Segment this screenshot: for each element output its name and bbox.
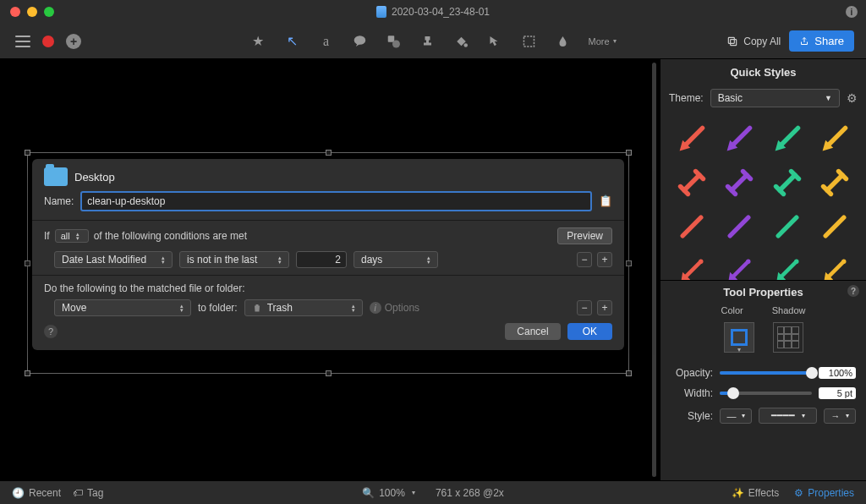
line-style-select[interactable]: ━━━━▾ [759, 408, 817, 424]
callout-tool-icon[interactable] [351, 33, 368, 50]
quick-style-swatch[interactable] [716, 249, 762, 280]
selection-tool-icon[interactable] [520, 33, 537, 50]
quick-style-swatch[interactable] [765, 205, 810, 248]
fill-tool-icon[interactable] [452, 33, 469, 50]
field-select[interactable]: Date Last Modified▴▾ [54, 251, 173, 268]
quick-style-swatch[interactable] [669, 249, 715, 280]
more-tools[interactable]: More▾ [588, 36, 616, 47]
options-link[interactable]: iOptions [370, 302, 419, 314]
width-value[interactable]: 5 pt [819, 387, 856, 399]
cancel-button[interactable]: Cancel [505, 323, 560, 340]
svg-line-24 [827, 175, 842, 190]
preview-button[interactable]: Preview [557, 227, 612, 244]
color-swatch[interactable] [724, 322, 754, 353]
quick-style-swatch[interactable] [812, 162, 858, 204]
zoom-control[interactable]: 🔍100%▾ [362, 487, 415, 499]
width-slider[interactable] [720, 392, 812, 395]
gear-icon: ⚙ [794, 487, 803, 499]
gear-icon[interactable]: ⚙ [847, 91, 858, 105]
quick-style-swatch[interactable] [765, 249, 810, 280]
quick-styles-grid [660, 114, 866, 280]
pointer-tool-icon[interactable]: ↖ [283, 33, 300, 50]
properties-button[interactable]: ⚙Properties [794, 487, 854, 499]
tag-button[interactable]: 🏷Tag [73, 487, 103, 499]
opacity-slider[interactable] [720, 371, 812, 375]
remove-action-button[interactable]: − [577, 300, 592, 315]
quick-style-swatch[interactable] [765, 162, 810, 204]
value-input[interactable] [296, 251, 347, 268]
shapes-tool-icon[interactable] [385, 33, 402, 50]
unit-select[interactable]: days▴▾ [354, 251, 438, 268]
name-input[interactable] [80, 191, 592, 211]
text-tool-icon[interactable]: a [317, 33, 334, 50]
blur-tool-icon[interactable] [554, 33, 571, 50]
quick-style-swatch[interactable] [669, 118, 715, 160]
quick-style-swatch[interactable] [716, 162, 762, 204]
resize-handle[interactable] [626, 260, 632, 266]
svg-line-27 [682, 217, 701, 236]
trash-icon [252, 303, 262, 313]
to-folder-label: to folder: [198, 302, 238, 314]
color-label: Color [721, 305, 743, 315]
close-window-button[interactable] [10, 7, 20, 17]
info-icon[interactable]: i [846, 6, 858, 18]
ok-button[interactable]: OK [567, 323, 612, 340]
add-condition-button[interactable]: + [597, 252, 612, 267]
minimize-window-button[interactable] [27, 7, 37, 17]
copy-all-button[interactable]: Copy All [726, 36, 781, 47]
destination-select[interactable]: Trash ▴▾ [244, 299, 363, 316]
resize-handle[interactable] [626, 150, 632, 156]
quick-style-swatch[interactable] [669, 162, 715, 204]
quick-style-swatch[interactable] [812, 249, 858, 280]
move-tool-icon[interactable] [486, 33, 503, 50]
tag-icon: 🏷 [73, 487, 83, 499]
traffic-lights [0, 7, 54, 17]
quick-style-swatch[interactable] [812, 118, 858, 160]
add-action-button[interactable]: + [597, 300, 612, 315]
help-icon[interactable]: ? [847, 285, 859, 297]
quick-style-swatch[interactable] [716, 118, 762, 160]
action-select[interactable]: Move▴▾ [54, 299, 191, 316]
stamp-tool-icon[interactable] [419, 33, 436, 50]
resize-handle[interactable] [25, 370, 30, 376]
favorite-tool-icon[interactable]: ★ [249, 33, 266, 50]
resize-handle[interactable] [626, 370, 632, 376]
opacity-value[interactable]: 100% [819, 367, 856, 379]
svg-line-33 [733, 261, 748, 277]
conditions-label: of the following conditions are met [94, 230, 247, 242]
remove-condition-button[interactable]: − [577, 252, 592, 267]
canvas-scrollbar[interactable] [652, 63, 656, 477]
window-title: 2020-03-04_23-48-01 [392, 6, 490, 18]
resize-handle[interactable] [25, 260, 30, 266]
quick-style-swatch[interactable] [716, 205, 762, 248]
clipboard-icon[interactable]: 📋 [599, 194, 612, 208]
folder-icon [44, 167, 68, 186]
svg-line-11 [780, 128, 798, 146]
copy-icon [726, 36, 738, 47]
menu-icon[interactable] [15, 36, 30, 47]
match-mode-select[interactable]: all▴▾ [55, 229, 89, 243]
end-cap-select[interactable]: →▾ [824, 408, 856, 424]
help-icon[interactable]: ? [44, 325, 58, 338]
svg-point-0 [354, 36, 366, 45]
record-button[interactable] [42, 36, 54, 47]
quick-style-swatch[interactable] [812, 205, 858, 248]
quick-style-swatch[interactable] [669, 205, 715, 248]
effects-button[interactable]: ✨Effects [732, 487, 779, 499]
svg-line-9 [732, 128, 750, 146]
share-button[interactable]: Share [789, 30, 854, 52]
start-cap-select[interactable]: —▾ [720, 408, 752, 424]
resize-handle[interactable] [326, 370, 332, 376]
add-button[interactable]: + [66, 34, 81, 49]
zoom-window-button[interactable] [44, 7, 54, 17]
canvas-area[interactable]: Desktop Name: 📋 If all▴▾ of the followin… [0, 59, 660, 480]
theme-select[interactable]: Basic▼ [710, 89, 840, 107]
operator-select[interactable]: is not in the last▴▾ [179, 251, 289, 268]
svg-line-28 [731, 217, 749, 236]
document-icon [376, 6, 386, 18]
resize-handle[interactable] [326, 150, 332, 156]
resize-handle[interactable] [25, 150, 30, 156]
quick-style-swatch[interactable] [765, 118, 810, 160]
recent-button[interactable]: 🕘Recent [12, 487, 61, 499]
shadow-swatch[interactable] [773, 322, 803, 353]
